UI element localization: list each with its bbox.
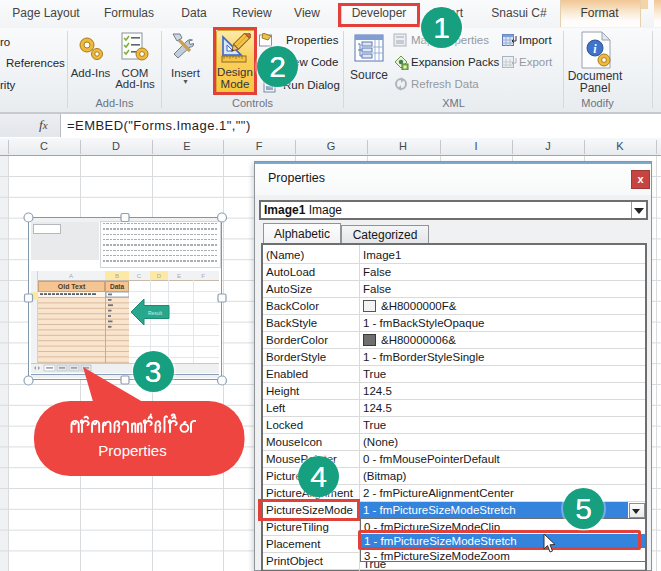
svg-text:H: H — [399, 140, 407, 152]
svg-text:G: G — [327, 140, 336, 152]
svg-text:K: K — [616, 140, 624, 152]
svg-text:C: C — [40, 140, 48, 152]
svg-text:J: J — [545, 140, 551, 152]
svg-text:I: I — [474, 140, 477, 152]
svg-text:E: E — [183, 140, 190, 152]
svg-text:F: F — [256, 140, 263, 152]
svg-text:D: D — [112, 140, 120, 152]
